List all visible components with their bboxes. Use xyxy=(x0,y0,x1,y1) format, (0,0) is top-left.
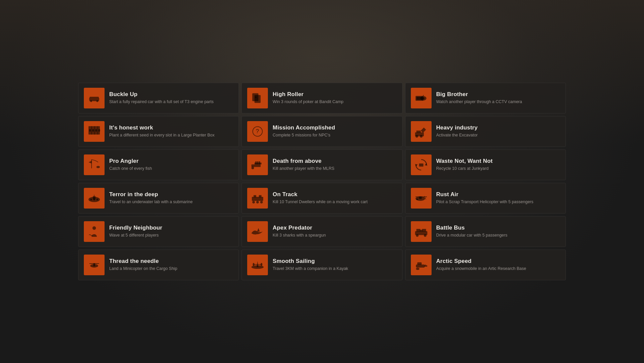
achievement-icon-apex-predator xyxy=(247,221,268,242)
svg-point-7 xyxy=(422,97,425,99)
achievement-card-high-roller[interactable]: ♠High RollerWin 3 rounds of poker at Ban… xyxy=(241,83,402,113)
achievement-text-arctic-speed: Arctic SpeedAcquire a snowmobile in an A… xyxy=(436,258,560,272)
achievement-title-apex-predator: Apex Predator xyxy=(273,225,396,231)
achievement-title-high-roller: High Roller xyxy=(273,91,396,98)
svg-text:?: ? xyxy=(256,128,259,134)
achievement-card-friendly-neighbour[interactable]: Friendly NeighbourWave at 5 different pl… xyxy=(78,216,239,247)
achievement-title-friendly-neighbour: Friendly Neighbour xyxy=(109,225,233,231)
achievement-icon-thread-needle xyxy=(84,255,105,275)
svg-point-37 xyxy=(90,199,92,200)
svg-point-31 xyxy=(252,166,254,169)
achievement-title-buckle-up: Buckle Up xyxy=(109,91,233,98)
svg-rect-43 xyxy=(259,195,262,198)
svg-rect-21 xyxy=(416,130,421,133)
achievement-card-terror-deep[interactable]: Terror in the deepTravel to an underwate… xyxy=(78,183,239,214)
achievement-icon-pro-angler xyxy=(84,154,105,175)
achievement-icon-heavy-industry xyxy=(411,121,432,142)
achievement-desc-mission-accomplished: Complete 5 missions for NPC's xyxy=(273,132,396,138)
svg-point-39 xyxy=(97,199,98,200)
svg-point-53 xyxy=(93,226,96,230)
svg-rect-52 xyxy=(416,199,418,200)
svg-point-38 xyxy=(93,199,95,200)
svg-point-58 xyxy=(424,234,427,237)
svg-point-68 xyxy=(253,263,255,266)
achievement-desc-waste-not: Recycle 10 cars at Junkyard xyxy=(436,166,560,172)
achievement-card-death-from-above[interactable]: Death from aboveKill another player with… xyxy=(241,149,402,180)
svg-rect-41 xyxy=(252,197,263,201)
achievement-desc-high-roller: Win 3 rounds of poker at Bandit Camp xyxy=(273,99,396,105)
achievement-card-big-brother[interactable]: Big BrotherWatch another player through … xyxy=(405,83,566,113)
achievement-card-arctic-speed[interactable]: Arctic SpeedAcquire a snowmobile in an A… xyxy=(405,250,566,280)
achievement-text-thread-needle: Thread the needleLand a Minicopter on th… xyxy=(109,258,233,272)
svg-point-23 xyxy=(420,135,423,138)
achievement-desc-heavy-industry: Activate the Excavator xyxy=(436,132,560,138)
achievement-icon-death-from-above xyxy=(247,154,268,175)
achievement-card-battle-bus[interactable]: Battle BusDrive a modular car with 5 pas… xyxy=(405,216,566,247)
svg-rect-56 xyxy=(422,229,426,232)
achievement-card-apex-predator[interactable]: Apex PredatorKill 3 sharks with a spearg… xyxy=(241,216,402,247)
achievement-text-smooth-sailing: Smooth SailingTravel 3KM with a companio… xyxy=(273,258,396,272)
svg-point-1 xyxy=(97,100,98,102)
achievement-title-honest-work: It's honest work xyxy=(109,124,233,131)
svg-point-16 xyxy=(95,129,97,132)
achievement-desc-smooth-sailing: Travel 3KM with a companion in a Kayak xyxy=(273,266,396,272)
achievement-text-friendly-neighbour: Friendly NeighbourWave at 5 different pl… xyxy=(109,225,233,239)
achievement-card-heavy-industry[interactable]: Heavy industryActivate the Excavator xyxy=(405,116,566,147)
achievement-card-pro-angler[interactable]: Pro AnglerCatch one of every fish xyxy=(78,149,239,180)
svg-point-45 xyxy=(256,201,259,204)
achievement-text-high-roller: High RollerWin 3 rounds of poker at Band… xyxy=(273,91,396,105)
svg-point-46 xyxy=(260,201,263,204)
achievement-desc-arctic-speed: Acquire a snowmobile in an Artic Researc… xyxy=(436,266,560,272)
svg-rect-55 xyxy=(416,229,420,232)
svg-point-0 xyxy=(90,100,92,102)
achievement-desc-battle-bus: Drive a modular car with 5 passengers xyxy=(436,233,560,239)
achievement-desc-death-from-above: Kill another player with the MLRS xyxy=(273,166,396,172)
achievement-text-buckle-up: Buckle UpStart a fully repaired car with… xyxy=(109,91,233,105)
achievement-text-heavy-industry: Heavy industryActivate the Excavator xyxy=(436,124,560,138)
achievement-title-heavy-industry: Heavy industry xyxy=(436,124,560,131)
achievement-title-smooth-sailing: Smooth Sailing xyxy=(273,258,396,265)
svg-point-25 xyxy=(97,166,100,168)
achievement-text-death-from-above: Death from aboveKill another player with… xyxy=(273,158,396,172)
achievement-desc-honest-work: Plant a different seed in every slot in … xyxy=(109,132,233,138)
svg-rect-71 xyxy=(417,262,422,265)
svg-text:♠: ♠ xyxy=(255,95,257,99)
achievement-title-thread-needle: Thread the needle xyxy=(109,258,233,265)
achievement-card-honest-work[interactable]: It's honest workPlant a different seed i… xyxy=(78,116,239,147)
achievement-card-on-track[interactable]: On TrackKill 10 Tunnel Dwellers while on… xyxy=(241,183,402,214)
achievement-card-rust-air[interactable]: Rust AirPilot a Scrap Transport Helicopt… xyxy=(405,183,566,214)
achievements-grid: Buckle UpStart a fully repaired car with… xyxy=(78,76,566,287)
achievement-card-buckle-up[interactable]: Buckle UpStart a fully repaired car with… xyxy=(78,83,239,113)
achievement-desc-on-track: Kill 10 Tunnel Dwellers while on a movin… xyxy=(273,199,396,205)
svg-rect-9 xyxy=(416,97,422,100)
achievement-card-waste-not[interactable]: Waste Not, Want NotRecycle 10 cars at Ju… xyxy=(405,149,566,180)
achievement-icon-friendly-neighbour xyxy=(84,221,105,242)
achievement-text-apex-predator: Apex PredatorKill 3 sharks with a spearg… xyxy=(273,225,396,239)
achievement-icon-buckle-up xyxy=(84,88,105,108)
svg-rect-34 xyxy=(419,163,423,166)
achievement-title-pro-angler: Pro Angler xyxy=(109,158,233,164)
achievement-icon-terror-deep xyxy=(84,188,105,209)
achievement-icon-smooth-sailing xyxy=(247,255,268,275)
achievement-title-waste-not: Waste Not, Want Not xyxy=(436,158,560,164)
svg-point-69 xyxy=(261,263,263,266)
achievement-card-mission-accomplished[interactable]: ?Mission AccomplishedComplete 5 missions… xyxy=(241,116,402,147)
svg-rect-73 xyxy=(424,265,427,267)
svg-point-17 xyxy=(98,129,100,132)
svg-line-63 xyxy=(93,268,94,270)
achievement-icon-big-brother xyxy=(411,88,432,108)
achievement-title-battle-bus: Battle Bus xyxy=(436,225,560,231)
svg-point-22 xyxy=(416,135,418,138)
achievement-desc-terror-deep: Travel to an underwater lab with a subma… xyxy=(109,199,233,205)
achievement-text-pro-angler: Pro AnglerCatch one of every fish xyxy=(109,158,233,172)
achievement-desc-big-brother: Watch another player through a CCTV came… xyxy=(436,99,560,105)
achievement-title-arctic-speed: Arctic Speed xyxy=(436,258,560,265)
achievement-desc-friendly-neighbour: Wave at 5 different players xyxy=(109,233,233,239)
achievement-card-smooth-sailing[interactable]: Smooth SailingTravel 3KM with a companio… xyxy=(241,250,402,280)
svg-point-14 xyxy=(89,129,91,132)
achievement-desc-apex-predator: Kill 3 sharks with a speargun xyxy=(273,233,396,239)
achievement-card-thread-needle[interactable]: Thread the needleLand a Minicopter on th… xyxy=(78,250,239,280)
svg-point-57 xyxy=(416,234,419,237)
achievement-title-terror-deep: Terror in the deep xyxy=(109,191,233,198)
achievement-title-death-from-above: Death from above xyxy=(273,158,396,164)
